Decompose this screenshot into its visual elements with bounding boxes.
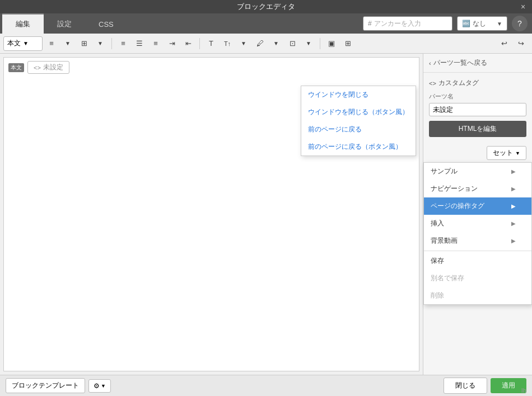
back-chevron: ‹: [429, 60, 431, 67]
nashi-dropdown[interactable]: 🔤 なし ▼: [457, 16, 507, 31]
menu-item-delete: 削除: [424, 287, 531, 304]
tag-name: 未設定: [43, 63, 63, 72]
hash-symbol: #: [368, 20, 372, 27]
set-btn-row: セット ▼: [423, 146, 532, 162]
border-arrow-btn[interactable]: ▼: [301, 36, 316, 51]
menu-item-save-as: 別名で保存: [424, 270, 531, 287]
divider-3: [320, 38, 320, 49]
main-area: 本文 <> 未設定 ウインドウを閉じる ウインドウを閉じる（ボタン風） 前のペー…: [0, 54, 532, 375]
gear-dropdown-button[interactable]: ⚙ ▼: [88, 379, 111, 393]
editor-tag-row: 本文 <> 未設定: [4, 58, 419, 77]
context-close-window[interactable]: ウインドウを閉じる: [301, 86, 416, 103]
menu-item-save[interactable]: 保存: [424, 252, 531, 270]
block2-btn[interactable]: ⊞: [340, 36, 356, 51]
nashi-label: なし: [473, 19, 486, 29]
back-link-label: パーツ一覧へ戻る: [433, 58, 487, 68]
divider-2: [199, 38, 200, 49]
context-prev-page-btn[interactable]: 前のページに戻る（ボタン風）: [301, 138, 416, 155]
section-title-label: カスタムタグ: [438, 78, 479, 88]
menu-item-page-ops[interactable]: ページの操作タグ ▶: [424, 197, 531, 215]
color-arrow-btn[interactable]: ▼: [268, 36, 284, 51]
color-btn[interactable]: 🖊: [252, 36, 268, 51]
bottom-bar: ブロックテンプレート ⚙ ▼ 閉じる 適用 Ih: [0, 375, 532, 396]
sample-arrow: ▶: [511, 168, 516, 175]
border-btn[interactable]: ⊡: [284, 36, 300, 51]
divider-1: [111, 38, 112, 49]
font-tools: T T↑ ▼ 🖊 ▼ ⊡ ▼: [203, 36, 316, 51]
menu-item-sample[interactable]: サンプル ▶: [424, 163, 531, 180]
custom-tag-section: <> カスタムタグ パーツ名 HTMLを編集: [423, 73, 532, 146]
list-btn[interactable]: ≡: [44, 36, 59, 51]
parts-name-input[interactable]: [429, 103, 526, 116]
context-prev-page[interactable]: 前のページに戻る: [301, 121, 416, 138]
set-dropdown-menu: サンプル ▶ ナビゲーション ▶ ページの操作タグ ▶ 挿入 ▶ 背景動画 ▶ …: [423, 162, 532, 305]
bottom-text: Ih: [521, 387, 526, 394]
toolbar: 本文 ▼ ≡ ▼ ⊞ ▼ ≡ ☰ ≡ ⇥ ⇤ T T↑ ▼ 🖊 ▼ ⊡ ▼ ▣ …: [0, 34, 532, 54]
menu-item-bg-video[interactable]: 背景動画 ▶: [424, 232, 531, 249]
insert-arrow: ▶: [511, 220, 516, 227]
navigation-arrow: ▶: [511, 186, 516, 192]
font-size-up-btn[interactable]: T↑: [220, 36, 235, 51]
font-size-arrow[interactable]: ▼: [236, 36, 251, 51]
template-button[interactable]: ブロックテンプレート: [6, 378, 85, 393]
help-button[interactable]: ?: [512, 16, 528, 31]
select-arrow: ▼: [23, 40, 29, 46]
align-left-btn[interactable]: ≡: [115, 36, 131, 51]
redo-btn[interactable]: ↪: [513, 36, 529, 51]
indent-btn[interactable]: ⇥: [164, 36, 180, 51]
list-arrow-btn[interactable]: ▼: [60, 36, 76, 51]
anchor-input[interactable]: # アンカーを入力: [363, 16, 452, 31]
menu-item-insert[interactable]: 挿入 ▶: [424, 215, 531, 232]
parts-name-label: パーツ名: [429, 92, 526, 101]
title-bar-close[interactable]: ×: [519, 2, 528, 11]
font-size-btn[interactable]: T: [203, 36, 219, 51]
table-arrow-btn[interactable]: ▼: [92, 36, 108, 51]
set-btn-arrow: ▼: [515, 150, 520, 156]
editor-area: 本文 <> 未設定 ウインドウを閉じる ウインドウを閉じる（ボタン風） 前のペー…: [3, 57, 419, 371]
align-center-btn[interactable]: ☰: [132, 36, 147, 51]
tab-css[interactable]: CSS: [85, 13, 127, 34]
nashi-icon: 🔤: [462, 20, 470, 27]
block-tools: ▣ ⊞: [324, 36, 356, 51]
text-style-select[interactable]: 本文 ▼: [3, 36, 43, 51]
right-panel: ‹ パーツ一覧へ戻る <> カスタムタグ パーツ名 HTMLを編集 セット ▼ …: [423, 54, 532, 375]
context-close-window-btn[interactable]: ウインドウを閉じる（ボタン風）: [301, 103, 416, 121]
anchor-placeholder: アンカーを入力: [374, 19, 421, 29]
set-btn-label: セット: [493, 148, 513, 158]
html-edit-button[interactable]: HTMLを編集: [429, 121, 526, 137]
section-title: <> カスタムタグ: [429, 78, 526, 88]
title-bar-title: ブロックエディタ: [237, 2, 295, 12]
align-tools: ≡ ☰ ≡ ⇥ ⇤: [115, 36, 196, 51]
back-to-parts-link[interactable]: ‹ パーツ一覧へ戻る: [423, 54, 532, 73]
editor-badge: 本文: [8, 63, 24, 72]
menu-item-navigation[interactable]: ナビゲーション ▶: [424, 180, 531, 197]
bg-video-arrow: ▶: [511, 238, 516, 244]
outdent-btn[interactable]: ⇤: [180, 36, 196, 51]
page-ops-arrow: ▶: [511, 203, 516, 209]
set-dropdown-button[interactable]: セット ▼: [487, 146, 526, 160]
close-button[interactable]: 閉じる: [444, 378, 487, 394]
align-right-btn[interactable]: ≡: [148, 36, 164, 51]
gear-icon: ⚙: [94, 382, 100, 390]
undo-btn[interactable]: ↩: [496, 36, 512, 51]
tag-icon: <>: [34, 64, 41, 71]
list-tools: ≡ ▼ ⊞ ▼: [44, 36, 108, 51]
nashi-arrow: ▼: [497, 21, 502, 27]
gear-arrow: ▼: [101, 383, 106, 389]
tab-edit[interactable]: 編集: [2, 13, 44, 34]
context-menu: ウインドウを閉じる ウインドウを閉じる（ボタン風） 前のページに戻る 前のページ…: [301, 86, 416, 156]
tab-settings[interactable]: 設定: [44, 13, 85, 34]
table-btn[interactable]: ⊞: [76, 36, 92, 51]
title-bar: ブロックエディタ ×: [0, 0, 532, 13]
menu-divider-1: [424, 251, 531, 251]
block-btn[interactable]: ▣: [324, 36, 339, 51]
tab-bar: 編集 設定 CSS # アンカーを入力 🔤 なし ▼ ?: [0, 13, 532, 34]
code-icon: <>: [429, 80, 436, 87]
editor-tag-label[interactable]: <> 未設定: [27, 61, 69, 74]
